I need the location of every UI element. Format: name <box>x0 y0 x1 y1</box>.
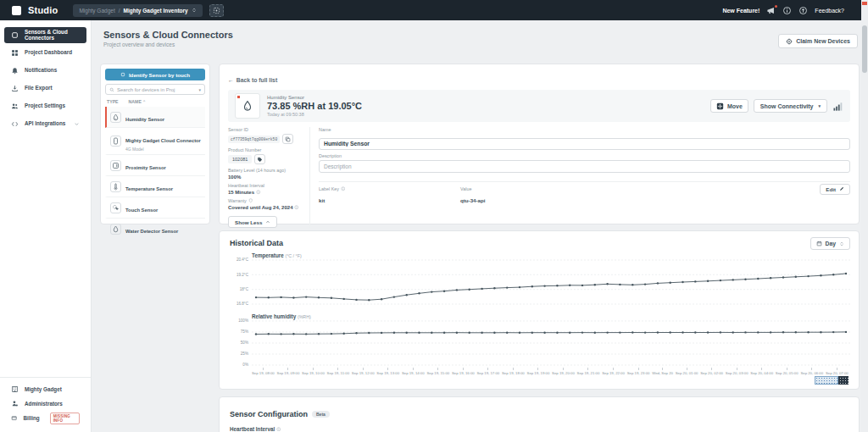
device-row-water-detector[interactable]: Water Detector Sensor <box>105 219 205 239</box>
battery-level-label: Battery Level (14 hours ago) <box>228 168 303 173</box>
sidebar-item-file-export[interactable]: File Export <box>4 80 86 97</box>
device-row-temperature[interactable]: Temperature Sensor <box>105 176 205 197</box>
sidebar-item-sensors[interactable]: Sensors & Cloud Connectors <box>4 27 86 43</box>
device-subtitle: 4G Model <box>125 147 201 152</box>
slider-expand-button[interactable] <box>838 376 849 385</box>
device-row-touch[interactable]: Touch Sensor <box>105 197 205 219</box>
sidebar-item-billing[interactable]: Billing MISSING INFO <box>0 411 91 425</box>
x-tick-label: Sep 19, 13:00 <box>376 368 399 375</box>
device-icon <box>112 137 120 145</box>
breadcrumb-project: Mighty Gadget Inventory <box>124 8 188 14</box>
x-tick-label: Sep 19, 09:00 <box>277 368 300 375</box>
description-textarea[interactable] <box>319 160 850 173</box>
temperature-plot[interactable] <box>252 258 850 306</box>
breadcrumb-separator: / <box>119 8 120 14</box>
show-less-button[interactable]: Show Less <box>228 216 277 228</box>
sidebar-item-project-settings[interactable]: Project Settings <box>4 98 86 114</box>
building-icon <box>11 385 19 393</box>
shield-icon <box>248 198 253 203</box>
sidebar-item-dashboard[interactable]: Project Dashboard <box>4 45 86 61</box>
product-tag-button[interactable] <box>254 154 265 164</box>
slider-handle[interactable] <box>815 376 838 385</box>
feedback-link[interactable]: Feedback? <box>815 8 844 14</box>
humidity-plot[interactable] <box>252 319 850 367</box>
device-name: Humidity Sensor <box>125 117 164 122</box>
y-tick-label: 20.4°C <box>236 258 248 262</box>
y-tick-label: 18°C <box>240 287 248 291</box>
sidebar: Sensors & Cloud Connectors Project Dashb… <box>0 20 92 432</box>
warranty-value: Covered until Aug 24, 2024 <box>228 205 303 210</box>
range-label: Day <box>826 241 836 246</box>
device-row-cloud-connector[interactable]: Mighty Gadget Cloud Connector 4G Model <box>105 128 205 155</box>
device-row-proximity[interactable]: Proximity Sensor <box>105 155 205 176</box>
info-icon[interactable] <box>294 205 299 210</box>
temperature-chart: Temperature (°C / °F) 20.4°C19.2°C18°C16… <box>230 252 849 306</box>
search-icon <box>109 87 114 92</box>
claim-new-devices-button[interactable]: Claim New Devices <box>778 34 858 48</box>
move-button[interactable]: Move <box>710 99 748 113</box>
x-tick-label: Sep 20, 01:00 <box>676 368 698 375</box>
notification-dot <box>775 5 777 8</box>
x-tick-label: Sep 19, 20:00 <box>552 368 575 375</box>
copy-sensor-id-button[interactable] <box>282 134 293 144</box>
chevron-down-icon[interactable]: ▾ <box>198 87 201 92</box>
name-input[interactable] <box>319 138 850 150</box>
column-type[interactable]: TYPE <box>107 99 119 104</box>
connectivity-label: Show Connectivity <box>760 103 814 109</box>
info-circle-icon[interactable] <box>782 6 792 15</box>
device-name: Mighty Gadget Cloud Connector <box>125 138 201 143</box>
identify-device-button[interactable] <box>209 4 224 17</box>
sidebar-item-organization[interactable]: Mighty Gadget <box>0 382 91 396</box>
device-summary-name: Humidity Sensor <box>267 95 362 100</box>
humidity-icon <box>112 114 120 121</box>
info-icon[interactable] <box>276 427 281 432</box>
info-icon[interactable] <box>256 190 261 195</box>
project-switcher[interactable]: Mighty Gadget / Mighty Gadget Inventory <box>73 4 202 17</box>
megaphone-icon[interactable] <box>766 6 776 15</box>
description-label: Description <box>319 153 850 158</box>
sidebar-item-label: Sensors & Cloud Connectors <box>25 30 80 42</box>
sensor-configuration-panel: Sensor ConfigurationBeta Heartbeat Inter… <box>219 396 860 432</box>
sidebar-item-label: Mighty Gadget <box>25 386 62 392</box>
device-search: ▾ <box>105 84 205 95</box>
column-name[interactable]: NAME ⌃ <box>129 99 147 104</box>
historical-data-title: Historical Data <box>230 239 849 247</box>
sidebar-item-notifications[interactable]: Notifications <box>4 63 86 79</box>
humidity-y-axis: 100%75%50%25%0% <box>230 319 248 367</box>
show-connectivity-dropdown[interactable]: Show Connectivity ▾ <box>754 99 827 113</box>
time-range-dropdown[interactable]: Day <box>810 237 850 250</box>
identify-sensor-button[interactable]: Identify Sensor by touch <box>105 69 205 80</box>
top-bar: Studio Mighty Gadget / Mighty Gadget Inv… <box>0 0 868 20</box>
x-tick-label: Sep 19, 12:00 <box>352 368 375 375</box>
search-input[interactable] <box>117 87 196 92</box>
x-tick-label: Sep 19, 08:00 <box>252 368 275 375</box>
edit-labels-button[interactable]: Edit <box>820 184 850 195</box>
edit-icon <box>839 186 844 191</box>
arrow-up-circle-icon[interactable] <box>798 6 808 15</box>
y-tick-label: 25% <box>241 352 248 356</box>
device-detail-panel: ← Back to full list Humidity Sensor 73.8… <box>219 64 860 224</box>
back-to-full-list-link[interactable]: ← Back to full list <box>228 77 277 83</box>
up-down-icon <box>192 8 197 13</box>
tag-icon <box>257 157 263 163</box>
sidebar-item-administrators[interactable]: Administrators <box>0 396 91 411</box>
temperature-chart-label: Temperature (°C / °F) <box>252 252 849 258</box>
proximity-icon <box>112 162 120 169</box>
sensor-configuration-title: Sensor Configuration <box>230 410 308 418</box>
sidebar-item-label: Project Settings <box>25 103 65 109</box>
battery-level-value: 100% <box>228 174 303 180</box>
scrollbar-thumb[interactable] <box>862 25 867 73</box>
touch-icon <box>112 204 120 212</box>
page-scrollbar[interactable] <box>861 0 868 432</box>
y-tick-label: 75% <box>241 330 248 334</box>
sensors-icon <box>11 31 19 39</box>
y-tick-label: 50% <box>241 341 248 345</box>
device-row-humidity[interactable]: Humidity Sensor <box>105 107 205 128</box>
sensor-id-label: Sensor ID <box>228 127 303 132</box>
label-value-value: qtu-34-api <box>460 195 820 206</box>
y-tick-label: 16.8°C <box>236 302 248 306</box>
sidebar-item-api-integrations[interactable]: API Integrations <box>4 116 86 132</box>
chart-range-slider <box>815 376 849 385</box>
info-icon[interactable] <box>341 186 346 191</box>
scrollbar-marker <box>862 2 867 5</box>
